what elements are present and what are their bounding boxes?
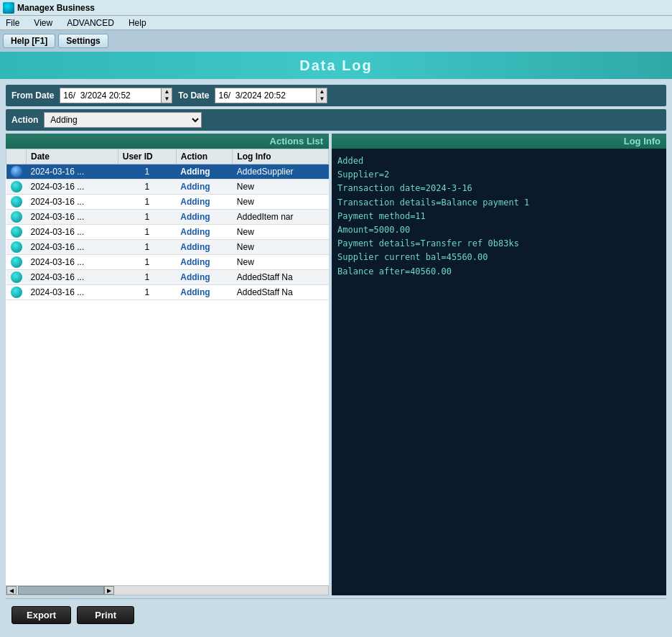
row-userid: 1 xyxy=(118,255,176,270)
row-action: Adding xyxy=(176,240,233,255)
from-date-input[interactable] xyxy=(60,89,161,102)
row-date: 2024-03-16 ... xyxy=(27,285,118,300)
to-date-input[interactable] xyxy=(215,89,316,102)
menu-help[interactable]: Help xyxy=(126,17,149,29)
menu-view[interactable]: View xyxy=(31,17,55,29)
filter-row: From Date ▲ ▼ To Date ▲ ▼ xyxy=(6,85,666,106)
row-dot xyxy=(6,285,27,300)
log-line: Balance after=40560.00 xyxy=(337,265,661,279)
menu-bar: File View ADVANCED Help xyxy=(0,16,672,30)
table-row[interactable]: 2024-03-16 ...1AddingAddedStaff Na xyxy=(6,270,329,285)
col-loginfo: Log Info xyxy=(233,149,329,164)
col-action: Action xyxy=(176,149,233,164)
log-line: Amount=5000.00 xyxy=(337,223,661,237)
row-date: 2024-03-16 ... xyxy=(27,210,118,225)
row-action: Adding xyxy=(176,210,233,225)
row-action: Adding xyxy=(176,270,233,285)
row-dot xyxy=(6,180,27,195)
row-action: Adding xyxy=(176,255,233,270)
row-loginfo: New xyxy=(233,240,329,255)
row-loginfo: AddedStaff Na xyxy=(233,285,329,300)
row-loginfo: AddedItem nar xyxy=(233,210,329,225)
toolbar: Help [F1] Settings xyxy=(0,30,672,52)
row-action: Adding xyxy=(176,195,233,210)
from-date-input-wrap: ▲ ▼ xyxy=(60,88,172,103)
log-line: Transaction details=Balance payment 1 xyxy=(337,196,661,210)
row-date: 2024-03-16 ... xyxy=(27,255,118,270)
row-userid: 1 xyxy=(118,210,176,225)
to-date-up[interactable]: ▲ xyxy=(317,88,327,96)
row-userid: 1 xyxy=(118,225,176,240)
row-userid: 1 xyxy=(118,164,176,180)
row-action: Adding xyxy=(176,285,233,300)
scroll-right[interactable]: ▶ xyxy=(104,586,114,595)
table-row[interactable]: 2024-03-16 ...1AddingNew xyxy=(6,225,329,240)
action-label: Action xyxy=(11,115,38,125)
table-row[interactable]: 2024-03-16 ...1AddingAddedSupplier xyxy=(6,164,329,180)
row-date: 2024-03-16 ... xyxy=(27,225,118,240)
help-button[interactable]: Help [F1] xyxy=(3,34,55,48)
from-date-label: From Date xyxy=(11,90,54,101)
footer: Export Print xyxy=(6,598,666,631)
app-title: Managex Business xyxy=(17,3,95,13)
log-line: Added xyxy=(337,154,661,168)
row-userid: 1 xyxy=(118,285,176,300)
action-select[interactable]: Adding Editing Deleting All xyxy=(44,112,202,128)
panels: Actions List Date User ID Action Log Inf… xyxy=(6,134,666,595)
log-line: Transaction date=2024-3-16 xyxy=(337,182,661,195)
row-action: Adding xyxy=(176,180,233,195)
row-dot xyxy=(6,164,27,180)
table-row[interactable]: 2024-03-16 ...1AddingNew xyxy=(6,255,329,270)
log-line: Supplier=2 xyxy=(337,168,661,182)
log-line: Supplier current bal=45560.00 xyxy=(337,251,661,264)
log-header: Log Info xyxy=(332,134,666,149)
to-date-down[interactable]: ▼ xyxy=(317,96,327,103)
horizontal-scrollbar[interactable]: ◀ ▶ xyxy=(6,585,329,595)
row-userid: 1 xyxy=(118,240,176,255)
row-dot xyxy=(6,240,27,255)
scroll-left[interactable]: ◀ xyxy=(6,586,17,595)
row-loginfo: AddedStaff Na xyxy=(233,270,329,285)
actions-table: Date User ID Action Log Info 2024-03-16 … xyxy=(6,149,329,300)
row-date: 2024-03-16 ... xyxy=(27,164,118,180)
table-wrap[interactable]: Date User ID Action Log Info 2024-03-16 … xyxy=(6,149,329,585)
action-row: Action Adding Editing Deleting All xyxy=(6,109,666,131)
actions-list-header: Actions List xyxy=(6,134,329,149)
row-userid: 1 xyxy=(118,270,176,285)
row-loginfo: AddedSupplier xyxy=(233,164,329,180)
scroll-thumb[interactable] xyxy=(18,586,104,595)
col-userid: User ID xyxy=(118,149,176,164)
print-button[interactable]: Print xyxy=(77,606,134,624)
row-dot xyxy=(6,210,27,225)
settings-button[interactable]: Settings xyxy=(58,34,108,48)
row-date: 2024-03-16 ... xyxy=(27,195,118,210)
to-date-label: To Date xyxy=(178,90,209,101)
row-userid: 1 xyxy=(118,195,176,210)
table-row[interactable]: 2024-03-16 ...1AddingAddedItem nar xyxy=(6,210,329,225)
from-date-spinner: ▲ ▼ xyxy=(161,88,172,103)
from-date-up[interactable]: ▲ xyxy=(162,88,172,96)
table-row[interactable]: 2024-03-16 ...1AddingNew xyxy=(6,180,329,195)
row-loginfo: New xyxy=(233,255,329,270)
table-row[interactable]: 2024-03-16 ...1AddingNew xyxy=(6,240,329,255)
row-loginfo: New xyxy=(233,195,329,210)
export-button[interactable]: Export xyxy=(11,606,71,624)
log-line: Payment method=11 xyxy=(337,210,661,223)
table-row[interactable]: 2024-03-16 ...1AddingNew xyxy=(6,195,329,210)
log-line: Payment details=Transfer ref 0b83ks xyxy=(337,237,661,251)
row-action: Adding xyxy=(176,164,233,180)
title-bar: Managex Business xyxy=(0,0,672,16)
row-dot xyxy=(6,255,27,270)
row-action: Adding xyxy=(176,225,233,240)
row-loginfo: New xyxy=(233,225,329,240)
main-content: From Date ▲ ▼ To Date ▲ ▼ Action Adding … xyxy=(0,79,672,637)
menu-file[interactable]: File xyxy=(3,17,22,29)
row-date: 2024-03-16 ... xyxy=(27,180,118,195)
row-dot xyxy=(6,270,27,285)
menu-advanced[interactable]: ADVANCED xyxy=(64,17,117,29)
row-dot xyxy=(6,225,27,240)
row-date: 2024-03-16 ... xyxy=(27,240,118,255)
from-date-down[interactable]: ▼ xyxy=(162,96,172,103)
col-dot xyxy=(6,149,27,164)
table-row[interactable]: 2024-03-16 ...1AddingAddedStaff Na xyxy=(6,285,329,300)
